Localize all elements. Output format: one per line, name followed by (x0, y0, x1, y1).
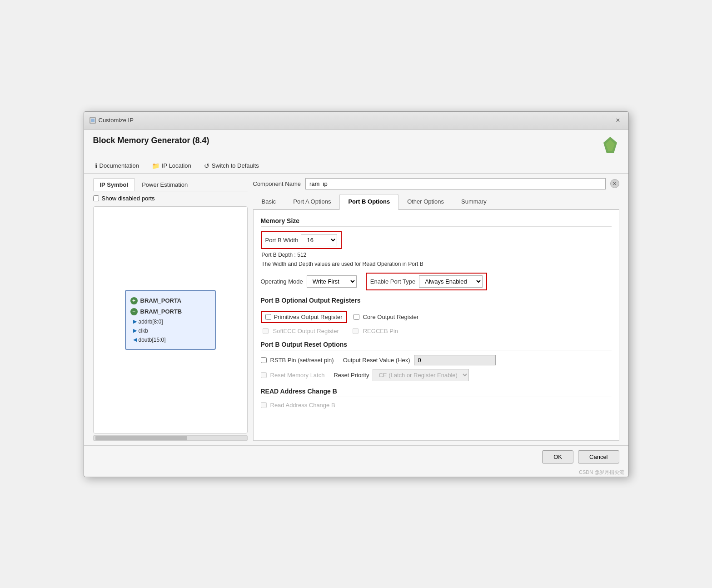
portb-minus-sign: − (130, 308, 138, 315)
svg-rect-1 (91, 119, 95, 122)
primitives-output-register-label: Primitives Output Register (274, 314, 343, 320)
watermark: CSDN @岁月指尖流 (84, 468, 628, 477)
signal-addrb: ▶ addrb[8:0] (126, 317, 215, 326)
signal-clkb: ▶ clkb (126, 326, 215, 335)
left-tabs: IP Symbol Power Estimation (93, 178, 248, 191)
tab-power-estimation[interactable]: Power Estimation (135, 178, 194, 191)
close-button[interactable]: × (613, 115, 622, 125)
tab-port-a-options[interactable]: Port A Options (284, 194, 339, 209)
optional-registers-section: Port B Optional Output Registers Primiti… (261, 297, 612, 334)
dialog-header: Block Memory Generator (8.4) (84, 130, 628, 159)
port-b-width-highlight-box: Port B Width 16 8 32 (261, 231, 342, 249)
reset-memory-latch-label: Reset Memory Latch (270, 372, 325, 379)
switch-defaults-label: Switch to Defaults (212, 162, 259, 169)
primitives-highlight-box: Primitives Output Register (261, 311, 347, 323)
rstb-label: RSTB Pin (set/reset pin) (270, 357, 334, 364)
show-disabled-label: Show disabled ports (102, 195, 155, 202)
ok-button[interactable]: OK (542, 450, 573, 463)
operating-mode-select[interactable]: Write First Read First No Change (307, 275, 357, 288)
port-b-tab-content: Memory Size Port B Width 16 8 32 Port B … (253, 210, 619, 441)
bottom-bar: OK Cancel (84, 445, 628, 468)
operating-mode-group: Operating Mode Write First Read First No… (261, 275, 357, 288)
reset-latch-group: Reset Memory Latch (261, 372, 325, 379)
show-disabled-checkbox[interactable] (93, 195, 99, 201)
portb-label: BRAM_PORTB (140, 308, 182, 315)
documentation-button[interactable]: ℹ Documentation (93, 161, 141, 170)
clkb-label: clkb (139, 328, 148, 334)
dialog-title: Block Memory Generator (8.4) (93, 136, 209, 145)
port-b-depth-text: Port B Depth : 512 (261, 252, 612, 258)
bram-porta-row: + BRAM_PORTA (126, 295, 215, 306)
right-panel: Component Name ✕ Basic Port A Options Po… (253, 178, 619, 441)
addrb-label: addrb[8:0] (139, 319, 163, 325)
operating-row: Operating Mode Write First Read First No… (261, 273, 612, 290)
reset-priority-select[interactable]: CE (Latch or Register Enable) SR (Set/Re… (373, 369, 469, 381)
content-area: IP Symbol Power Estimation Show disabled… (84, 174, 628, 445)
core-output-register-checkbox[interactable] (354, 314, 359, 320)
softECC-label: SoftECC Output Register (273, 328, 339, 334)
port-b-width-row: Port B Width 16 8 32 (261, 231, 612, 249)
title-bar: Customize IP × (84, 112, 628, 130)
tab-ip-symbol[interactable]: IP Symbol (93, 178, 135, 191)
read-address-section: READ Address Change B Read Address Chang… (261, 388, 612, 409)
output-reset-title: Port B Output Reset Options (261, 341, 612, 350)
memory-size-section-title: Memory Size (261, 217, 612, 227)
reset-priority-label: Reset Priority (334, 372, 369, 379)
left-panel: IP Symbol Power Estimation Show disabled… (93, 178, 248, 441)
rstb-group: RSTB Pin (set/reset pin) (261, 357, 334, 364)
rstb-checkbox[interactable] (261, 357, 267, 363)
output-reset-value-label: Output Reset Value (Hex) (343, 357, 410, 364)
output-reset-value-group: Output Reset Value (Hex) (343, 355, 496, 365)
output-registers-row: Primitives Output Register Core Output R… (261, 311, 612, 323)
signal-doutb: ◀ doutb[15:0] (126, 335, 215, 344)
primitives-output-register-checkbox[interactable] (265, 314, 271, 320)
ip-symbol-area: + BRAM_PORTA − BRAM_PORTB ▶ addrb[8:0] ▶ (93, 206, 248, 434)
port-b-width-select[interactable]: 16 8 32 (301, 234, 337, 246)
tab-port-b-options[interactable]: Port B Options (339, 194, 398, 210)
title-bar-label: Customize IP (99, 117, 134, 124)
folder-icon: 📁 (152, 162, 159, 169)
documentation-label: Documentation (100, 162, 139, 169)
main-tabs: Basic Port A Options Port B Options Othe… (253, 194, 619, 210)
read-address-title: READ Address Change B (261, 388, 612, 397)
read-address-row: Read Address Change B (261, 402, 612, 409)
softECC-checkbox (263, 328, 269, 334)
reset-memory-latch-row: Reset Memory Latch Reset Priority CE (La… (261, 369, 612, 381)
tab-basic[interactable]: Basic (253, 194, 285, 209)
rstb-row: RSTB Pin (set/reset pin) Output Reset Va… (261, 355, 612, 365)
xilinx-logo (601, 136, 619, 154)
cancel-button[interactable]: Cancel (578, 450, 619, 463)
component-name-label: Component Name (253, 180, 301, 187)
bram-portb-row: − BRAM_PORTB (126, 306, 215, 317)
tab-summary[interactable]: Summary (453, 194, 495, 209)
optional-registers-title: Port B Optional Output Registers (261, 297, 612, 306)
component-clear-button[interactable]: ✕ (610, 179, 619, 188)
output-reset-value-input[interactable] (414, 355, 496, 365)
ip-location-label: IP Location (162, 162, 191, 169)
left-scrollbar[interactable] (93, 435, 248, 441)
component-name-row: Component Name ✕ (253, 178, 619, 189)
component-name-input[interactable] (305, 178, 606, 189)
read-address-checkbox (261, 402, 267, 408)
operating-mode-label: Operating Mode (261, 278, 303, 285)
doutb-label: doutb[15:0] (139, 337, 166, 343)
tab-other-options[interactable]: Other Options (398, 194, 453, 209)
output-reset-section: Port B Output Reset Options RSTB Pin (se… (261, 341, 612, 381)
enable-port-type-select[interactable]: Always Enabled Use ENA Pin Use ENB Pin (419, 275, 483, 288)
enable-port-type-group: Enable Port Type Always Enabled Use ENA … (366, 273, 488, 290)
ecc-row: SoftECC Output Register REGCEB Pin (261, 328, 612, 334)
doutb-arrow: ◀ (133, 337, 137, 343)
switch-defaults-button[interactable]: ↺ Switch to Defaults (202, 161, 261, 170)
enable-port-type-label: Enable Port Type (370, 278, 416, 285)
show-disabled-row: Show disabled ports (93, 195, 248, 202)
toolbar: ℹ Documentation 📁 IP Location ↺ Switch t… (84, 159, 628, 174)
clkb-arrow: ▶ (133, 328, 137, 334)
core-output-register-label: Core Output Register (363, 314, 419, 320)
regceb-checkbox (353, 328, 358, 334)
port-b-width-label: Port B Width (265, 237, 299, 244)
left-scrollbar-thumb (95, 436, 188, 440)
ip-location-button[interactable]: 📁 IP Location (150, 161, 193, 170)
core-output-register-row: Core Output Register (354, 314, 419, 320)
reset-priority-group: Reset Priority CE (Latch or Register Ena… (334, 369, 469, 381)
addrb-arrow: ▶ (133, 319, 137, 324)
